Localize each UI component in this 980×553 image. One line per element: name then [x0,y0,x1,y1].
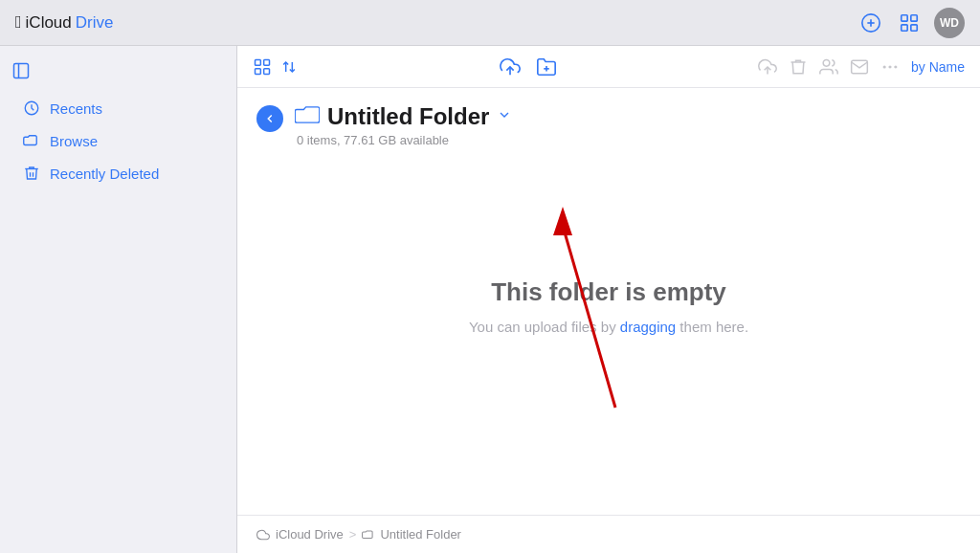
more-button[interactable] [880,57,900,77]
upload-disabled-button [758,57,777,77]
header-brand:  iCloud Drive [15,12,113,33]
svg-rect-6 [911,24,917,30]
folder-breadcrumb-icon [362,528,375,542]
folder-header: Untitled Folder 0 items, 77.61 GB availa… [237,88,980,155]
svg-rect-10 [256,59,261,65]
dragging-link[interactable]: dragging [620,319,676,335]
clock-icon [23,100,40,117]
folder-meta: 0 items, 77.61 GB available [295,133,512,147]
empty-state-subtitle: You can upload files by dragging them he… [469,319,748,335]
sort-label[interactable]: by Name [911,59,965,75]
svg-rect-12 [256,68,261,74]
apple-logo-icon:  [15,12,22,33]
breadcrumb-current-folder: Untitled Folder [362,527,461,542]
toolbar-left [253,57,299,77]
folder-type-icon [295,105,320,128]
empty-state: This folder is empty You can upload file… [237,155,980,515]
svg-rect-3 [902,14,907,20]
sidebar-recently-deleted-label: Recently Deleted [50,166,159,182]
folder-info: Untitled Folder 0 items, 77.61 GB availa… [295,103,512,147]
delete-button [789,57,808,77]
sidebar-toggle-button[interactable] [0,57,236,92]
content-area: by Name Untitled Folder 0 items, 77.61 G… [237,46,980,553]
footer-breadcrumb: iCloud Drive > Untitled Folder [237,515,980,553]
folder-name: Untitled Folder [327,103,489,130]
trash-icon [23,165,40,182]
breadcrumb-folder-label: Untitled Folder [380,527,461,542]
mail-button [850,57,869,77]
sort-toggle-button[interactable] [279,57,299,77]
empty-state-prefix: You can upload files by [469,319,620,335]
grid-icon[interactable] [896,10,923,36]
sidebar: Recents Browse Recently Deleted [0,46,237,553]
top-header:  iCloud Drive WD [0,0,980,46]
empty-state-title: This folder is empty [491,277,726,307]
upload-button[interactable] [500,56,521,77]
folder-chevron-icon[interactable] [497,107,512,126]
add-icon[interactable] [858,10,884,36]
sidebar-item-recently-deleted[interactable]: Recently Deleted [8,157,229,189]
svg-point-21 [889,66,891,68]
svg-rect-4 [911,14,917,20]
content-toolbar: by Name [237,46,980,88]
breadcrumb-icloud-drive[interactable]: iCloud Drive [256,527,344,542]
empty-state-suffix: them here. [676,319,748,335]
svg-point-22 [895,66,897,68]
drive-label: Drive [76,13,114,33]
svg-rect-11 [264,59,270,65]
svg-rect-7 [14,64,29,78]
header-actions: WD [858,8,965,38]
breadcrumb-separator: > [349,527,357,542]
svg-point-20 [823,59,830,66]
toolbar-right: by Name [758,57,965,77]
sidebar-item-browse[interactable]: Browse [8,124,229,157]
avatar[interactable]: WD [934,8,965,38]
share-user-button [819,57,838,77]
svg-point-23 [883,66,885,68]
icloud-label: iCloud [26,13,72,33]
back-button[interactable] [256,105,283,132]
toolbar-center [500,56,557,77]
svg-rect-5 [902,24,907,30]
sidebar-browse-label: Browse [50,133,98,149]
breadcrumb-icloud-label: iCloud Drive [276,527,344,542]
folder-title-row: Untitled Folder [295,103,512,130]
main-layout: Recents Browse Recently Deleted [0,46,980,553]
sidebar-item-recents[interactable]: Recents [8,92,229,124]
content-body: This folder is empty You can upload file… [237,155,980,515]
sidebar-recents-label: Recents [50,100,102,117]
folder-browse-icon [23,132,40,149]
cloud-breadcrumb-icon [256,528,270,542]
grid-view-button[interactable] [253,57,272,77]
new-folder-button[interactable] [536,56,557,77]
svg-rect-13 [264,68,270,74]
